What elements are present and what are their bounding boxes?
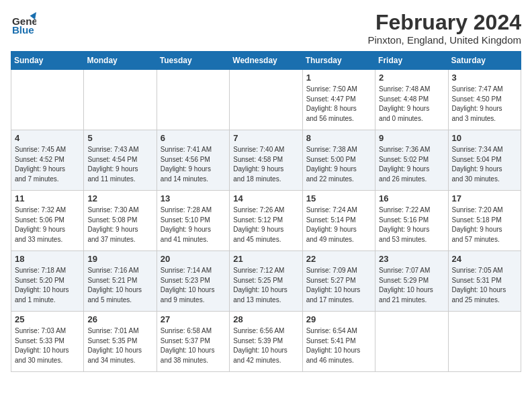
calendar-cell: 19Sunrise: 7:16 AM Sunset: 5:21 PM Dayli… — [84, 251, 157, 312]
calendar-cell — [375, 312, 448, 372]
day-info: Sunrise: 7:40 AM Sunset: 4:58 PM Dayligh… — [233, 145, 298, 184]
day-info: Sunrise: 7:30 AM Sunset: 5:08 PM Dayligh… — [87, 205, 152, 244]
weekday-header-friday: Friday — [375, 52, 448, 70]
weekday-header-sunday: Sunday — [11, 52, 84, 70]
calendar-table: SundayMondayTuesdayWednesdayThursdayFrid… — [11, 51, 521, 372]
day-number: 7 — [233, 133, 298, 143]
weekday-header-thursday: Thursday — [302, 52, 375, 70]
day-info: Sunrise: 7:47 AM Sunset: 4:50 PM Dayligh… — [452, 85, 517, 124]
calendar-cell: 16Sunrise: 7:22 AM Sunset: 5:16 PM Dayli… — [375, 191, 448, 251]
weekday-header-saturday: Saturday — [448, 52, 521, 70]
calendar-cell: 23Sunrise: 7:07 AM Sunset: 5:29 PM Dayli… — [375, 251, 448, 312]
day-number: 12 — [87, 193, 152, 203]
calendar-cell: 2Sunrise: 7:48 AM Sunset: 4:48 PM Daylig… — [375, 70, 448, 130]
day-info: Sunrise: 7:34 AM Sunset: 5:04 PM Dayligh… — [452, 145, 517, 184]
day-info: Sunrise: 6:58 AM Sunset: 5:37 PM Dayligh… — [161, 326, 226, 365]
calendar-cell: 26Sunrise: 7:01 AM Sunset: 5:35 PM Dayli… — [84, 312, 157, 372]
day-info: Sunrise: 7:43 AM Sunset: 4:54 PM Dayligh… — [87, 145, 152, 184]
day-number: 10 — [452, 133, 517, 143]
calendar-cell: 5Sunrise: 7:43 AM Sunset: 4:54 PM Daylig… — [84, 130, 157, 191]
day-info: Sunrise: 7:12 AM Sunset: 5:25 PM Dayligh… — [233, 266, 298, 305]
day-number: 21 — [233, 254, 298, 264]
day-number: 24 — [452, 254, 517, 264]
day-number: 19 — [87, 254, 152, 264]
calendar-cell: 13Sunrise: 7:28 AM Sunset: 5:10 PM Dayli… — [157, 191, 229, 251]
calendar-cell: 27Sunrise: 6:58 AM Sunset: 5:37 PM Dayli… — [157, 312, 229, 372]
day-number: 18 — [15, 254, 80, 264]
day-info: Sunrise: 7:50 AM Sunset: 4:47 PM Dayligh… — [306, 85, 371, 124]
day-info: Sunrise: 7:41 AM Sunset: 4:56 PM Dayligh… — [161, 145, 226, 184]
calendar-cell: 28Sunrise: 6:56 AM Sunset: 5:39 PM Dayli… — [230, 312, 302, 372]
calendar-cell: 4Sunrise: 7:45 AM Sunset: 4:52 PM Daylig… — [11, 130, 84, 191]
day-info: Sunrise: 7:16 AM Sunset: 5:21 PM Dayligh… — [87, 266, 152, 305]
calendar-cell: 18Sunrise: 7:18 AM Sunset: 5:20 PM Dayli… — [11, 251, 84, 312]
day-number: 20 — [161, 254, 226, 264]
day-number: 22 — [306, 254, 371, 264]
calendar-cell: 8Sunrise: 7:38 AM Sunset: 5:00 PM Daylig… — [302, 130, 375, 191]
calendar-cell: 9Sunrise: 7:36 AM Sunset: 5:02 PM Daylig… — [375, 130, 448, 191]
day-number: 8 — [306, 133, 371, 143]
calendar-cell: 14Sunrise: 7:26 AM Sunset: 5:12 PM Dayli… — [230, 191, 302, 251]
day-number: 13 — [161, 193, 226, 203]
location: Pinxton, England, United Kingdom — [368, 34, 521, 46]
day-number: 2 — [379, 73, 444, 83]
day-number: 28 — [233, 314, 298, 324]
calendar-cell: 3Sunrise: 7:47 AM Sunset: 4:50 PM Daylig… — [448, 70, 521, 130]
day-info: Sunrise: 7:05 AM Sunset: 5:31 PM Dayligh… — [452, 266, 517, 305]
day-number: 11 — [15, 193, 80, 203]
calendar-cell: 22Sunrise: 7:09 AM Sunset: 5:27 PM Dayli… — [302, 251, 375, 312]
title-block: February 2024 Pinxton, England, United K… — [368, 11, 521, 46]
day-info: Sunrise: 6:56 AM Sunset: 5:39 PM Dayligh… — [233, 326, 298, 365]
day-info: Sunrise: 6:54 AM Sunset: 5:41 PM Dayligh… — [306, 326, 371, 365]
day-info: Sunrise: 7:22 AM Sunset: 5:16 PM Dayligh… — [379, 205, 444, 244]
day-number: 1 — [306, 73, 371, 83]
day-number: 14 — [233, 193, 298, 203]
day-info: Sunrise: 7:38 AM Sunset: 5:00 PM Dayligh… — [306, 145, 371, 184]
calendar-cell — [230, 70, 302, 130]
calendar-cell: 24Sunrise: 7:05 AM Sunset: 5:31 PM Dayli… — [448, 251, 521, 312]
calendar-cell — [11, 70, 84, 130]
calendar-cell: 15Sunrise: 7:24 AM Sunset: 5:14 PM Dayli… — [302, 191, 375, 251]
calendar-cell: 1Sunrise: 7:50 AM Sunset: 4:47 PM Daylig… — [302, 70, 375, 130]
page-header: General Blue February 2024 Pinxton, Engl… — [11, 11, 521, 46]
day-number: 6 — [161, 133, 226, 143]
svg-text:Blue: Blue — [12, 24, 34, 36]
day-info: Sunrise: 7:03 AM Sunset: 5:33 PM Dayligh… — [15, 326, 80, 365]
calendar-cell: 25Sunrise: 7:03 AM Sunset: 5:33 PM Dayli… — [11, 312, 84, 372]
day-number: 15 — [306, 193, 371, 203]
calendar-cell — [448, 312, 521, 372]
day-info: Sunrise: 7:26 AM Sunset: 5:12 PM Dayligh… — [233, 205, 298, 244]
day-info: Sunrise: 7:24 AM Sunset: 5:14 PM Dayligh… — [306, 205, 371, 244]
calendar-cell — [84, 70, 157, 130]
day-number: 9 — [379, 133, 444, 143]
calendar-cell: 29Sunrise: 6:54 AM Sunset: 5:41 PM Dayli… — [302, 312, 375, 372]
calendar-cell: 10Sunrise: 7:34 AM Sunset: 5:04 PM Dayli… — [448, 130, 521, 191]
day-number: 3 — [452, 73, 517, 83]
day-number: 29 — [306, 314, 371, 324]
day-info: Sunrise: 7:09 AM Sunset: 5:27 PM Dayligh… — [306, 266, 371, 305]
day-number: 25 — [15, 314, 80, 324]
weekday-header-tuesday: Tuesday — [157, 52, 229, 70]
calendar-cell — [157, 70, 229, 130]
calendar-cell: 11Sunrise: 7:32 AM Sunset: 5:06 PM Dayli… — [11, 191, 84, 251]
logo-icon: General Blue — [11, 11, 36, 36]
day-info: Sunrise: 7:28 AM Sunset: 5:10 PM Dayligh… — [161, 205, 226, 244]
month-title: February 2024 — [368, 11, 521, 34]
day-number: 26 — [87, 314, 152, 324]
calendar-cell: 17Sunrise: 7:20 AM Sunset: 5:18 PM Dayli… — [448, 191, 521, 251]
day-number: 23 — [379, 254, 444, 264]
logo: General Blue — [11, 11, 36, 36]
day-info: Sunrise: 7:14 AM Sunset: 5:23 PM Dayligh… — [161, 266, 226, 305]
calendar-cell: 12Sunrise: 7:30 AM Sunset: 5:08 PM Dayli… — [84, 191, 157, 251]
day-info: Sunrise: 7:07 AM Sunset: 5:29 PM Dayligh… — [379, 266, 444, 305]
day-number: 4 — [15, 133, 80, 143]
day-number: 16 — [379, 193, 444, 203]
calendar-cell: 7Sunrise: 7:40 AM Sunset: 4:58 PM Daylig… — [230, 130, 302, 191]
day-info: Sunrise: 7:01 AM Sunset: 5:35 PM Dayligh… — [87, 326, 152, 365]
weekday-header-wednesday: Wednesday — [230, 52, 302, 70]
weekday-header-monday: Monday — [84, 52, 157, 70]
calendar-cell: 6Sunrise: 7:41 AM Sunset: 4:56 PM Daylig… — [157, 130, 229, 191]
day-info: Sunrise: 7:32 AM Sunset: 5:06 PM Dayligh… — [15, 205, 80, 244]
calendar-cell: 20Sunrise: 7:14 AM Sunset: 5:23 PM Dayli… — [157, 251, 229, 312]
day-info: Sunrise: 7:18 AM Sunset: 5:20 PM Dayligh… — [15, 266, 80, 305]
